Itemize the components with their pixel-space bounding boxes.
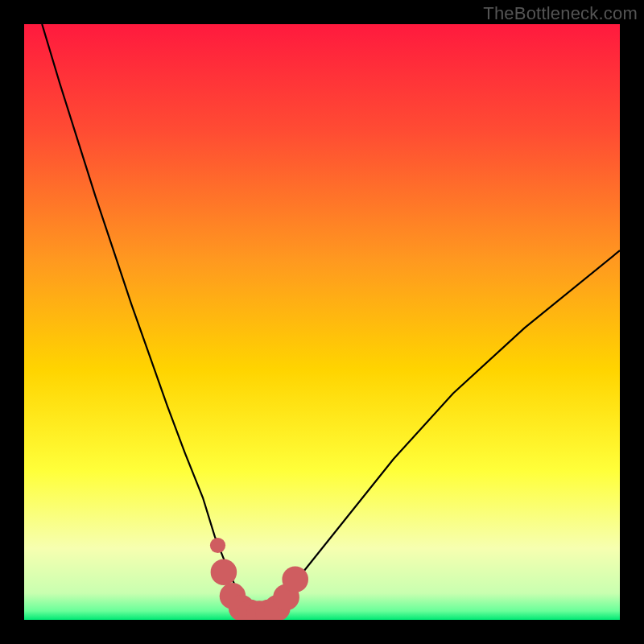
bottleneck-chart xyxy=(24,24,620,620)
plot-area xyxy=(24,24,620,620)
marker-dot xyxy=(211,559,237,586)
marker-dot xyxy=(210,538,225,553)
attribution-text: TheBottleneck.com xyxy=(483,3,638,24)
marker-dot xyxy=(282,566,308,592)
chart-frame: TheBottleneck.com xyxy=(0,0,644,644)
